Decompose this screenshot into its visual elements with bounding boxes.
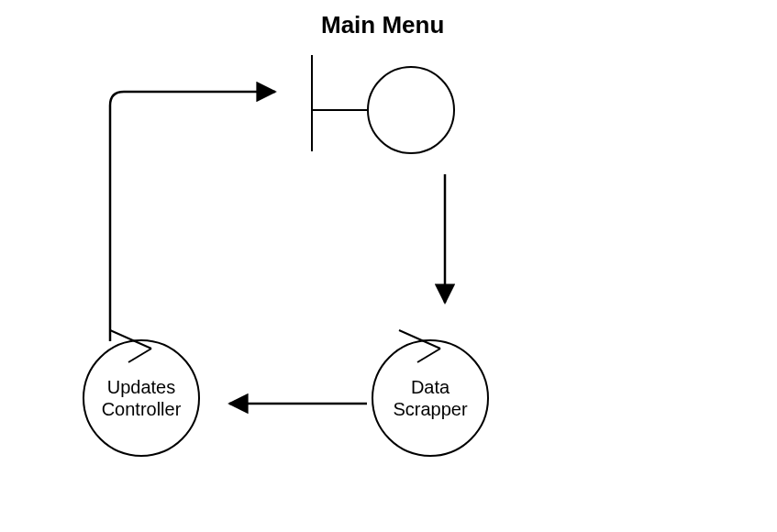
node-updates-controller: UpdatesController	[83, 339, 200, 457]
diagram-canvas: Main Menu DataScrapper UpdatesController	[0, 0, 777, 532]
node-updates-controller-label: UpdatesController	[102, 376, 182, 420]
arrow-updates-to-main	[110, 92, 275, 341]
diagram-title: Main Menu	[321, 11, 444, 39]
node-data-scrapper: DataScrapper	[372, 339, 489, 457]
node-main-menu	[367, 66, 455, 154]
node-data-scrapper-label: DataScrapper	[393, 376, 467, 420]
main-menu-interface-icon	[312, 55, 367, 151]
